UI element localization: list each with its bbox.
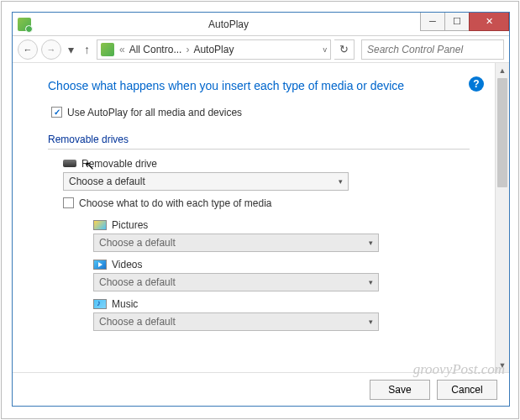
combo-value: Choose a default: [99, 316, 176, 328]
search-input[interactable]: [367, 44, 498, 55]
drive-icon: [63, 160, 76, 167]
chevron-down-icon: ▾: [369, 278, 373, 286]
choose-each-type-label: Choose what to do with each type of medi…: [79, 197, 271, 209]
search-box[interactable]: [361, 39, 504, 60]
breadcrumb-sep-icon: «: [118, 44, 127, 55]
removable-drive-combo[interactable]: Choose a default ▾: [63, 172, 349, 191]
divider: [48, 149, 470, 150]
breadcrumb-root[interactable]: All Contro...: [127, 44, 185, 55]
choose-each-type-checkbox[interactable]: [63, 197, 74, 208]
window-title: AutoPlay: [36, 18, 421, 30]
combo-value: Choose a default: [69, 176, 145, 187]
chevron-right-icon[interactable]: ›: [184, 44, 191, 55]
back-button[interactable]: ←: [18, 39, 38, 60]
use-autoplay-label: Use AutoPlay for all media and devices: [67, 107, 242, 118]
help-icon[interactable]: ?: [469, 76, 484, 92]
vertical-scrollbar[interactable]: ▲ ▼: [495, 63, 509, 372]
maximize-button[interactable]: ☐: [444, 13, 470, 31]
address-bar[interactable]: « All Contro... › AutoPlay v: [97, 39, 331, 60]
recent-dropdown-icon[interactable]: ▾: [65, 43, 77, 56]
chevron-down-icon: ▾: [369, 239, 373, 247]
forward-button: →: [41, 39, 61, 60]
location-icon: [101, 43, 114, 56]
pictures-icon: [93, 220, 107, 230]
combo-value: Choose a default: [99, 237, 176, 249]
combo-value: Choose a default: [99, 276, 176, 288]
section-removable-drives: Removable drives: [48, 134, 470, 147]
minimize-button[interactable]: ─: [420, 13, 445, 31]
content-pane: ? Choose what happens when you insert ea…: [13, 63, 495, 372]
scroll-up-icon[interactable]: ▲: [496, 63, 509, 77]
footer-bar: Save Cancel: [13, 372, 509, 406]
videos-label: Videos: [112, 259, 142, 270]
music-combo: Choose a default ▾: [93, 312, 379, 331]
removable-drive-label: Removable drive: [81, 158, 157, 170]
use-autoplay-checkbox[interactable]: [51, 107, 62, 118]
refresh-button[interactable]: ↻: [334, 39, 355, 60]
up-button[interactable]: ↑: [81, 43, 93, 56]
chevron-down-icon: ▾: [339, 177, 343, 186]
videos-icon: [93, 260, 107, 270]
close-button[interactable]: ✕: [469, 13, 509, 31]
breadcrumb-leaf[interactable]: AutoPlay: [191, 44, 236, 55]
navigation-bar: ← → ▾ ↑ « All Contro... › AutoPlay v ↻: [13, 36, 509, 63]
address-dropdown-icon[interactable]: v: [320, 45, 331, 54]
scroll-down-icon[interactable]: ▼: [496, 358, 509, 372]
cancel-button[interactable]: Cancel: [437, 380, 497, 400]
pictures-label: Pictures: [112, 219, 148, 231]
page-heading: Choose what happens when you insert each…: [48, 78, 418, 95]
music-label: Music: [112, 298, 138, 310]
pictures-combo: Choose a default ▾: [93, 234, 379, 252]
titlebar: AutoPlay ─ ☐ ✕: [13, 13, 509, 36]
scroll-thumb[interactable]: [497, 78, 507, 187]
music-icon: [93, 299, 107, 309]
autoplay-system-icon: [18, 18, 31, 31]
autoplay-window: AutoPlay ─ ☐ ✕ ← → ▾ ↑ « All Contro... ›…: [12, 12, 510, 407]
videos-combo: Choose a default ▾: [93, 273, 379, 291]
save-button[interactable]: Save: [370, 380, 430, 400]
chevron-down-icon: ▾: [369, 318, 373, 326]
